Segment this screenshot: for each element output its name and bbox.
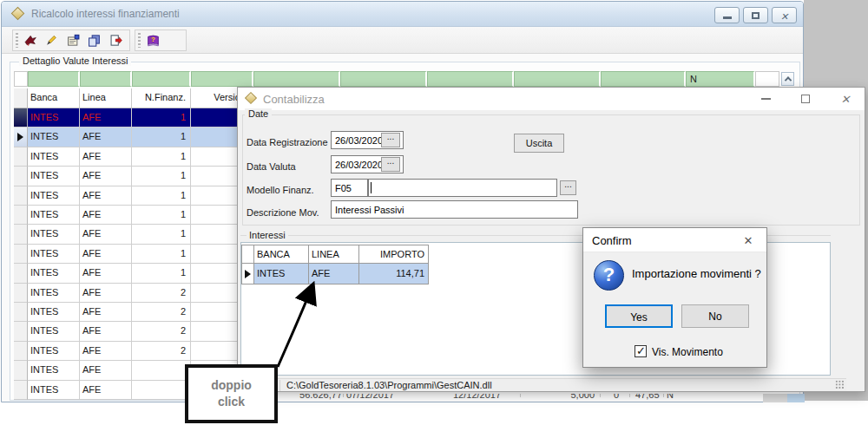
band-cell[interactable] <box>253 71 340 87</box>
main-title-bar[interactable]: Ricalcolo interessi finanziamenti <box>2 2 803 27</box>
toolbar-group-help: ? <box>135 29 187 51</box>
close-button[interactable] <box>835 90 856 108</box>
status-bar: C:\GoldTesoreria8.1.03\Programmi\GestCAI… <box>240 378 846 391</box>
cell-nfinanz: 1 <box>132 225 191 244</box>
vis-movimento-checkbox[interactable] <box>635 345 647 357</box>
data-valuta-picker-button[interactable]: ... <box>381 157 400 172</box>
row-selector[interactable] <box>241 264 254 284</box>
run-icon[interactable] <box>23 33 37 48</box>
row-selector[interactable] <box>14 147 28 167</box>
help-book-icon[interactable]: ? <box>146 33 161 48</box>
row-selector[interactable] <box>14 245 28 264</box>
cell-nfinanz: 2 <box>132 322 191 341</box>
row-selector[interactable] <box>14 108 28 128</box>
band-cell[interactable] <box>340 71 427 87</box>
row-selector[interactable] <box>14 303 28 322</box>
cell-banca: INTES <box>28 303 80 322</box>
scroll-corner <box>763 394 787 402</box>
properties-icon[interactable] <box>66 33 80 48</box>
cell-linea: AFE <box>80 322 132 341</box>
row-selector[interactable] <box>14 167 28 186</box>
column-header-linea[interactable]: Linea <box>80 88 132 108</box>
modello-finanz-picker-button[interactable]: ... <box>560 180 576 195</box>
confirm-title-bar[interactable]: Confirm <box>583 228 766 252</box>
maximize-button[interactable] <box>743 7 768 23</box>
band-cell[interactable] <box>427 71 514 87</box>
cell-importo: 114,71 <box>359 264 429 284</box>
band-cell-n[interactable]: N <box>686 71 755 87</box>
column-header-importo[interactable]: IMPORTO <box>359 245 429 264</box>
row-selector[interactable] <box>14 264 28 283</box>
column-header-nfinanz[interactable]: N.Finanz. <box>132 88 191 108</box>
date-groupbox-label: Date <box>245 108 272 119</box>
row-selector[interactable] <box>14 284 28 303</box>
dialog-diamond-icon <box>245 92 257 104</box>
minimize-icon <box>761 98 771 100</box>
resize-grip[interactable] <box>835 380 845 389</box>
edit-pencil-icon[interactable] <box>44 33 58 48</box>
cell-linea: AFE <box>80 186 132 206</box>
table-row[interactable]: INTES AFE 1 <box>14 225 254 244</box>
close-icon[interactable] <box>740 232 756 248</box>
band-cell[interactable] <box>80 71 132 87</box>
cell-linea: AFE <box>80 225 132 244</box>
annotation-line1: doppio <box>211 378 252 392</box>
table-row[interactable]: INTES AFE 1 <box>14 147 254 167</box>
table-row[interactable]: INTES AFE 1 <box>14 206 254 225</box>
minimize-button[interactable] <box>714 7 740 23</box>
table-row[interactable]: INTES AFE 1 <box>14 264 254 283</box>
cell-nfinanz: 1 <box>132 147 191 167</box>
table-row[interactable]: INTES AFE 1 <box>14 128 254 147</box>
table-row[interactable]: INTES AFE 1 <box>14 108 254 128</box>
uscita-button[interactable]: Uscita <box>514 134 564 153</box>
yes-button[interactable]: Yes <box>605 304 673 328</box>
contabilizza-title-bar[interactable]: Contabilizza <box>238 88 865 110</box>
modello-finanz-desc-field[interactable] <box>368 179 557 197</box>
grid-band-header: N <box>14 71 779 87</box>
band-cell[interactable] <box>28 71 80 87</box>
band-cell[interactable] <box>601 71 686 87</box>
descrizione-mov-field[interactable]: Interessi Passivi <box>331 200 578 219</box>
data-registrazione-picker-button[interactable]: ... <box>381 133 400 147</box>
row-selector[interactable] <box>14 206 28 225</box>
column-header-banca[interactable]: BANCA <box>254 245 309 264</box>
column-header-linea[interactable]: LINEA <box>309 245 359 264</box>
table-row[interactable]: INTES AFE 1 <box>14 245 254 264</box>
row-selector[interactable] <box>14 342 28 361</box>
band-cell[interactable] <box>132 71 191 87</box>
interessi-row[interactable]: INTES AFE 114,71 <box>241 264 429 284</box>
clipped-cell: 5,000 <box>537 394 595 400</box>
cell-banca: INTES <box>28 342 80 361</box>
confirm-message: Importazione movimenti ? <box>632 267 761 280</box>
close-button[interactable] <box>772 7 797 23</box>
column-header-banca[interactable]: Banca <box>28 88 80 108</box>
table-row[interactable]: INTES AFE 2 <box>14 303 254 322</box>
table-row[interactable]: INTES AFE 2 <box>14 342 254 361</box>
toolbar-grip[interactable] <box>16 33 18 48</box>
copy-icon[interactable] <box>87 33 101 48</box>
row-selector[interactable] <box>14 361 28 380</box>
band-cell[interactable] <box>514 71 601 87</box>
table-row[interactable]: INTES AFE 2 <box>14 322 254 341</box>
row-selector[interactable] <box>14 381 28 400</box>
cell-nfinanz <box>132 381 191 400</box>
row-selector[interactable] <box>14 225 28 244</box>
table-row[interactable]: INTES AFE 2 <box>14 284 254 303</box>
row-selector[interactable] <box>14 322 28 341</box>
row-selector[interactable] <box>14 186 28 206</box>
cell-banca: INTES <box>28 206 80 225</box>
cell-banca: INTES <box>28 361 80 380</box>
minimize-button[interactable] <box>755 90 776 108</box>
cell-nfinanz: 1 <box>132 186 191 206</box>
band-cell[interactable] <box>191 71 253 87</box>
exit-icon[interactable] <box>108 33 122 48</box>
clipped-cell: 07/12/2017 <box>346 394 394 400</box>
table-row[interactable]: INTES AFE 1 <box>14 167 254 186</box>
modello-finanz-code-field[interactable]: F05 <box>331 179 368 197</box>
maximize-button[interactable] <box>795 90 816 108</box>
table-row[interactable]: INTES AFE 1 <box>14 186 254 206</box>
row-selector[interactable] <box>14 128 28 147</box>
toolbar-grip[interactable] <box>138 33 141 48</box>
scrollbar-up-button[interactable] <box>781 72 794 86</box>
no-button[interactable]: No <box>681 304 749 328</box>
